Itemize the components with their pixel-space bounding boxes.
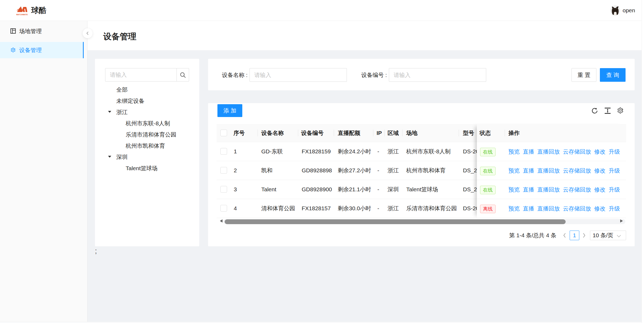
svg-text:MATCHMATE: MATCHMATE — [16, 14, 28, 15]
